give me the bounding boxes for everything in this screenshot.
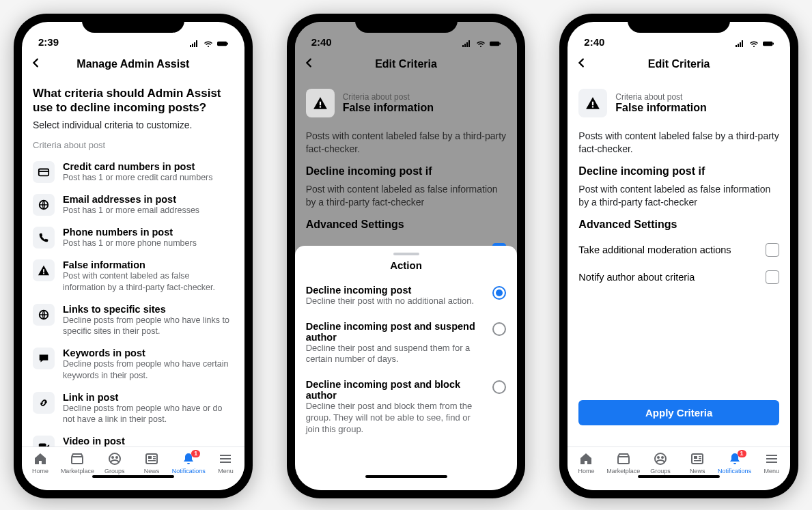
notification-badge: 1 [738,450,746,457]
tab-menu[interactable]: Menu [208,451,242,474]
content-area[interactable]: What criteria should Admin Assist use to… [22,78,244,447]
action-title: Decline incoming post and block author [306,379,486,401]
credit-card-icon [33,161,55,183]
tab-home[interactable]: Home [569,451,603,474]
checkbox-unchecked[interactable] [766,243,779,257]
criteria-supertitle: Criteria about post [343,92,434,102]
criteria-card-header: Criteria about post False information [578,82,779,126]
tab-label: News [690,468,705,474]
option-label: Notify author about criteria [578,272,695,283]
home-icon [33,451,48,466]
criteria-title: Phone numbers in post [63,227,197,238]
tab-groups[interactable]: Groups [98,451,132,474]
radio-button[interactable] [492,380,506,394]
nav-header: Edit Criteria [295,51,518,78]
phone-1: 2:39 Manage Admin Assist What criteria s… [14,14,253,498]
tab-home[interactable]: Home [23,451,57,474]
radio-button[interactable] [492,286,506,300]
action-desc: Decline their post with no additional ac… [306,296,486,307]
link-icon [33,392,55,414]
action-list: Decline incoming post Decline their post… [306,278,507,442]
tab-label: Notifications [172,468,206,474]
criteria-item[interactable]: Email addresses in post Post has 1 or mo… [33,188,234,221]
tab-news[interactable]: News [680,451,714,474]
criteria-item[interactable]: Keywords in post Decline posts from peop… [33,342,234,386]
menu-icon [218,451,233,466]
action-option[interactable]: Decline incoming post and block author D… [306,372,507,442]
criteria-title: Email addresses in post [63,194,199,205]
sheet-handle[interactable] [393,253,419,255]
screen-2: 2:40 Edit Criteria Criteria about post F… [295,22,518,490]
action-option[interactable]: Decline incoming post Decline their post… [306,278,507,314]
action-title: Decline incoming post and suspend author [306,321,486,343]
warning-icon [578,89,607,117]
criteria-item[interactable]: Phone numbers in post Post has 1 or more… [33,221,234,254]
rule-text: Post with content labeled as false infor… [306,183,507,209]
action-title: Decline incoming post [306,285,486,296]
criteria-title: False information [615,102,706,114]
section-label: Criteria about post [33,140,234,150]
criteria-desc: Post has 1 or more phone numbers [63,238,197,249]
warning-icon [306,89,335,117]
tab-label: Marketplace [61,468,94,474]
criteria-title: Keywords in post [63,348,234,358]
phone-3: 2:40 Edit Criteria Criteria about post F… [559,14,798,498]
home-icon [578,451,593,466]
rule-heading: Decline incoming post if [306,165,507,178]
criteria-card-header: Criteria about post False information [306,82,507,126]
criteria-item[interactable]: Credit card numbers in post Post has 1 o… [33,156,234,188]
advanced-heading: Advanced Settings [578,218,779,231]
wifi-icon [203,40,214,48]
checkbox-unchecked[interactable] [766,270,779,284]
status-icons [734,40,774,48]
action-option[interactable]: Decline incoming post and suspend author… [306,314,507,373]
nav-header: Manage Admin Assist [22,51,244,78]
apply-criteria-button[interactable]: Apply Criteria [578,400,779,425]
advanced-option-moderation[interactable]: Take additional moderation actions [578,236,779,264]
criteria-item[interactable]: Links to specific sites Decline posts fr… [33,298,234,343]
back-button[interactable] [576,56,588,72]
criteria-item[interactable]: False information Post with content labe… [33,254,234,298]
tab-marketplace[interactable]: Marketplace [60,451,94,474]
battery-icon [763,40,774,48]
sheet-title: Action [306,259,507,271]
tab-label: News [144,468,160,474]
phone-icon [33,227,55,249]
criteria-desc: Post has 1 or more credit card numbers [63,172,213,183]
advanced-option-notify[interactable]: Notify author about criteria [578,264,779,291]
back-button[interactable] [303,56,316,72]
groups-icon [107,451,122,466]
tab-groups[interactable]: Groups [643,451,677,474]
battery-icon [217,40,228,48]
tab-news[interactable]: News [135,451,169,474]
news-icon [144,451,159,466]
criteria-title: Link in post [63,392,234,403]
tab-label: Groups [104,468,125,474]
clock: 2:40 [584,36,604,48]
warning-icon [33,259,55,281]
criteria-desc: Post has 1 or more email addresses [63,205,199,216]
tab-notifications[interactable]: Notifications1 [718,451,752,474]
criteria-item[interactable]: Video in post Decline posts from people … [33,430,234,447]
home-indicator[interactable] [365,475,447,478]
content-area: Criteria about post False information Po… [568,78,790,447]
home-indicator[interactable] [638,475,720,478]
header-title: Edit Criteria [648,58,710,70]
action-desc: Decline their post and block them from t… [306,401,486,436]
rule-heading: Decline incoming post if [578,165,779,178]
marketplace-icon [70,451,85,466]
chevron-left-icon [303,56,316,70]
criteria-description: Posts with content labeled false by a th… [306,130,507,156]
tab-bar: HomeMarketplaceGroupsNewsNotifications1M… [22,447,244,490]
tab-notifications[interactable]: Notifications1 [171,451,206,474]
back-button[interactable] [30,56,42,72]
criteria-title: Links to specific sites [63,304,234,315]
wifi-icon [475,40,486,48]
tab-menu[interactable]: Menu [755,451,789,474]
tab-label: Groups [650,468,671,474]
tab-label: Home [578,468,594,474]
tab-marketplace[interactable]: Marketplace [606,451,641,474]
radio-button[interactable] [492,322,506,336]
home-indicator[interactable] [92,475,174,478]
criteria-item[interactable]: Link in post Decline posts from people w… [33,386,234,431]
